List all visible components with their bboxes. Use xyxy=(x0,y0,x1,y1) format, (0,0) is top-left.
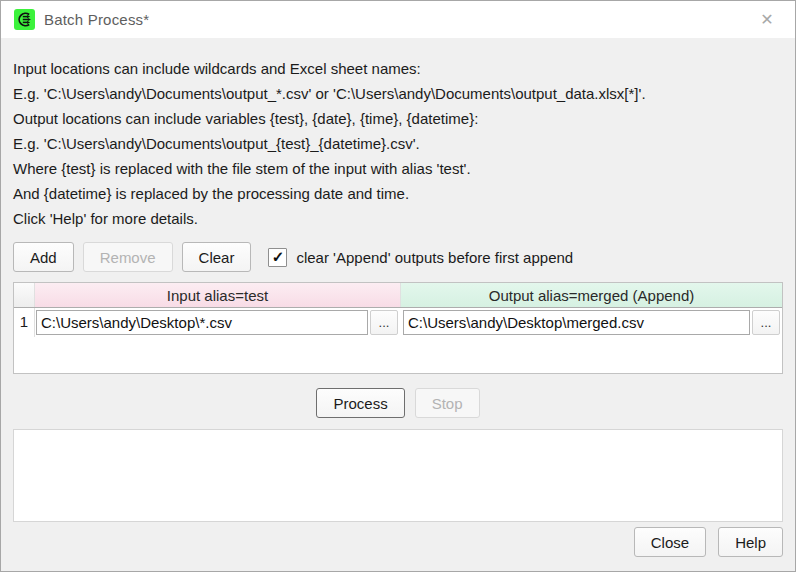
instruction-line: And {datetime} is replaced by the proces… xyxy=(13,181,783,206)
table-corner-cell xyxy=(14,283,35,307)
input-path-field[interactable] xyxy=(36,310,368,335)
instruction-line: Input locations can include wildcards an… xyxy=(13,56,783,81)
toolbar: Add Remove Clear ✓ clear 'Append' output… xyxy=(13,242,783,272)
dialog-content: Input locations can include wildcards an… xyxy=(1,38,795,522)
add-button[interactable]: Add xyxy=(13,242,74,272)
close-window-icon[interactable]: ✕ xyxy=(747,1,787,38)
instructions-block: Input locations can include wildcards an… xyxy=(13,56,783,231)
output-browse-button[interactable]: ... xyxy=(752,310,780,335)
row-number: 1 xyxy=(14,308,35,337)
checkmark-icon: ✓ xyxy=(272,248,285,266)
remove-button: Remove xyxy=(83,242,173,272)
batch-process-dialog: Batch Process* ✕ Input locations can inc… xyxy=(0,0,796,572)
instruction-line: Where {test} is replaced with the file s… xyxy=(13,156,783,181)
input-browse-button[interactable]: ... xyxy=(370,310,398,335)
batch-table-header: Input alias=test Output alias=merged (Ap… xyxy=(14,283,782,308)
output-path-field[interactable] xyxy=(403,310,750,335)
title-bar: Batch Process* ✕ xyxy=(1,1,795,38)
clear-button[interactable]: Clear xyxy=(182,242,252,272)
instruction-line: E.g. 'C:\Users\andy\Documents\output_{te… xyxy=(13,131,783,156)
stop-button: Stop xyxy=(415,388,480,418)
clear-append-checkbox-label: clear 'Append' outputs before first appe… xyxy=(296,249,573,266)
footer-buttons: Close Help xyxy=(622,527,783,557)
batch-table: Input alias=test Output alias=merged (Ap… xyxy=(13,282,783,374)
table-row: 1 ... ... xyxy=(14,308,782,337)
clear-append-checkbox[interactable]: ✓ xyxy=(268,248,287,267)
instruction-line: Output locations can include variables {… xyxy=(13,106,783,131)
instruction-line: E.g. 'C:\Users\andy\Documents\output_*.c… xyxy=(13,81,783,106)
window-title: Batch Process* xyxy=(44,11,149,28)
app-logo-icon xyxy=(14,9,35,30)
help-button[interactable]: Help xyxy=(718,527,783,557)
log-output-area[interactable] xyxy=(13,429,783,522)
process-button[interactable]: Process xyxy=(316,388,404,418)
clear-append-checkbox-group: ✓ clear 'Append' outputs before first ap… xyxy=(268,248,573,267)
close-button[interactable]: Close xyxy=(634,527,706,557)
input-column-header: Input alias=test xyxy=(35,283,401,307)
output-column-header: Output alias=merged (Append) xyxy=(401,283,782,307)
instruction-line: Click 'Help' for more details. xyxy=(13,206,783,231)
process-controls: Process Stop xyxy=(13,388,783,418)
